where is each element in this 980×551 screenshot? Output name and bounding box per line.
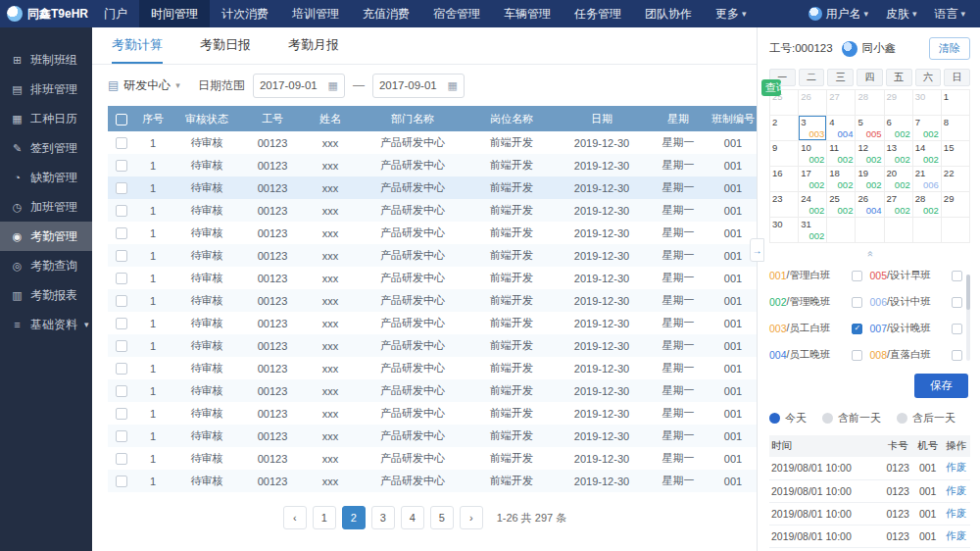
sidebar-item[interactable]: ◔ 缺勤管理: [0, 163, 92, 192]
tab[interactable]: 考勤月报: [288, 27, 339, 64]
calendar-cell[interactable]: 2: [770, 116, 799, 141]
table-row[interactable]: 1待审核00123xxx产品研发中心前端开发2019-12-30星期一001: [108, 334, 757, 357]
row-checkbox[interactable]: [116, 363, 127, 375]
row-checkbox[interactable]: [116, 205, 127, 217]
row-checkbox[interactable]: [116, 227, 127, 239]
nav-user-menu[interactable]: 皮肤 ▾: [877, 6, 926, 23]
sidebar-item[interactable]: ✎ 签到管理: [0, 133, 92, 163]
radio-option[interactable]: 含前一天: [822, 411, 881, 426]
calendar-cell[interactable]: 3 003: [799, 116, 827, 141]
weekday-header[interactable]: 二: [799, 69, 825, 86]
calendar-cell[interactable]: 29: [942, 192, 970, 218]
prev-page-button[interactable]: ‹: [283, 506, 307, 529]
calendar-cell[interactable]: 15: [942, 141, 970, 167]
calendar-cell[interactable]: 14 002: [913, 141, 942, 167]
void-link[interactable]: 作废: [946, 529, 966, 541]
calendar-collapse-bar[interactable]: »: [769, 248, 970, 261]
nav-item[interactable]: 时间管理: [139, 0, 210, 27]
shift-checkbox[interactable]: [952, 350, 962, 361]
row-checkbox[interactable]: [116, 160, 127, 172]
search-button[interactable]: 查询: [761, 79, 781, 96]
page-button-4[interactable]: 4: [401, 506, 424, 529]
calendar-cell[interactable]: 8: [942, 116, 970, 141]
calendar-cell[interactable]: 7 002: [913, 116, 942, 141]
nav-item[interactable]: 培训管理: [280, 0, 351, 27]
row-checkbox[interactable]: [116, 295, 127, 307]
calendar-cell[interactable]: 16: [770, 167, 799, 192]
calendar-cell[interactable]: 1: [942, 90, 970, 116]
next-page-button[interactable]: ›: [460, 506, 483, 529]
sidebar-item[interactable]: ▤ 排班管理: [0, 75, 92, 104]
shift-scrollbar[interactable]: [966, 275, 970, 361]
calendar-cell[interactable]: 20 002: [885, 167, 913, 192]
row-checkbox[interactable]: [116, 476, 127, 487]
calendar-cell[interactable]: 22: [942, 167, 970, 192]
shift-checkbox[interactable]: [852, 350, 862, 361]
sidebar-item[interactable]: ⊞ 班制班组: [0, 45, 92, 75]
calendar-cell[interactable]: 27 002: [885, 192, 913, 218]
nav-item[interactable]: 任务管理: [563, 0, 633, 27]
calendar-cell[interactable]: [856, 218, 884, 243]
shift-checkbox[interactable]: [952, 297, 962, 308]
calendar-cell[interactable]: 17 002: [799, 167, 827, 192]
table-row[interactable]: 1待审核00123xxx产品研发中心前端开发2019-12-30星期一001: [108, 267, 757, 289]
sidebar-item[interactable]: ▥ 考勤报表: [0, 280, 92, 310]
weekday-header[interactable]: 四: [857, 69, 883, 86]
void-link[interactable]: 作废: [946, 461, 966, 473]
shift-checkbox[interactable]: [952, 271, 962, 281]
table-row[interactable]: 1待审核00123xxx产品研发中心前端开发2019-12-30星期一001: [108, 289, 757, 312]
weekday-header[interactable]: 五: [886, 69, 912, 86]
nav-item[interactable]: 门户: [92, 0, 139, 27]
date-to-input[interactable]: 2017-09-01 ▦: [372, 74, 465, 98]
department-select[interactable]: ▤ 研发中心 ▾: [108, 77, 180, 94]
calendar-cell[interactable]: 11 002: [827, 141, 856, 167]
nav-item[interactable]: 充值消费: [351, 0, 421, 27]
page-button-3[interactable]: 3: [371, 506, 395, 529]
nav-item[interactable]: 车辆管理: [492, 0, 563, 27]
calendar-cell[interactable]: 30: [913, 90, 942, 116]
row-checkbox[interactable]: [116, 385, 127, 397]
row-checkbox[interactable]: [116, 250, 127, 262]
calendar-cell[interactable]: [827, 218, 856, 243]
table-row[interactable]: 1待审核00123xxx产品研发中心前端开发2019-12-30星期一001: [108, 357, 757, 379]
table-row[interactable]: 1待审核00123xxx产品研发中心前端开发2019-12-30星期一001: [108, 222, 757, 244]
calendar-cell[interactable]: 5 005: [856, 116, 884, 141]
row-checkbox[interactable]: [116, 430, 127, 442]
tab[interactable]: 考勤计算: [112, 27, 163, 64]
weekday-header[interactable]: 六: [915, 69, 942, 86]
nav-item[interactable]: 团队协作: [633, 0, 704, 27]
calendar-cell[interactable]: [942, 218, 970, 243]
clear-button[interactable]: 清除: [929, 37, 970, 60]
calendar-cell[interactable]: 19 002: [856, 167, 884, 192]
radio-option[interactable]: 今天: [769, 411, 807, 426]
nav-user-menu[interactable]: 用户名 ▾: [800, 6, 877, 23]
calendar-cell[interactable]: 4 004: [827, 116, 856, 141]
calendar-cell[interactable]: 12 002: [856, 141, 884, 167]
calendar-cell[interactable]: 21 006: [913, 167, 942, 192]
nav-item[interactable]: 计次消费: [210, 0, 280, 27]
row-checkbox[interactable]: [116, 182, 127, 194]
calendar-cell[interactable]: 29: [885, 90, 913, 116]
nav-user-menu[interactable]: 语言 ▾: [925, 6, 974, 23]
row-checkbox[interactable]: [116, 137, 127, 149]
calendar-cell[interactable]: 13 002: [885, 141, 913, 167]
calendar-cell[interactable]: 27: [827, 90, 856, 116]
calendar-cell[interactable]: 26 004: [856, 192, 884, 218]
sidebar-item[interactable]: ≡ 基础资料 ▾: [0, 310, 92, 339]
table-row[interactable]: 1待审核00123xxx产品研发中心前端开发2019-12-30星期一001: [108, 131, 757, 154]
calendar-cell[interactable]: [913, 218, 942, 243]
select-all-checkbox[interactable]: [116, 114, 127, 125]
table-row[interactable]: 1待审核00123xxx产品研发中心前端开发2019-12-30星期一001: [108, 447, 757, 470]
void-link[interactable]: 作废: [946, 484, 966, 496]
save-button[interactable]: 保存: [914, 374, 968, 398]
page-button-1[interactable]: 1: [313, 506, 336, 529]
sidebar-item[interactable]: ◷ 加班管理: [0, 192, 92, 222]
page-button-5[interactable]: 5: [430, 506, 454, 529]
calendar-cell[interactable]: 24 002: [799, 192, 827, 218]
calendar-cell[interactable]: 6 002: [885, 116, 913, 141]
page-button-2[interactable]: 2: [342, 506, 366, 529]
weekday-header[interactable]: 三: [827, 69, 854, 86]
void-link[interactable]: 作废: [946, 507, 966, 519]
calendar-cell[interactable]: 18 002: [827, 167, 856, 192]
table-row[interactable]: 1待审核00123xxx产品研发中心前端开发2019-12-30星期一001: [108, 154, 757, 176]
